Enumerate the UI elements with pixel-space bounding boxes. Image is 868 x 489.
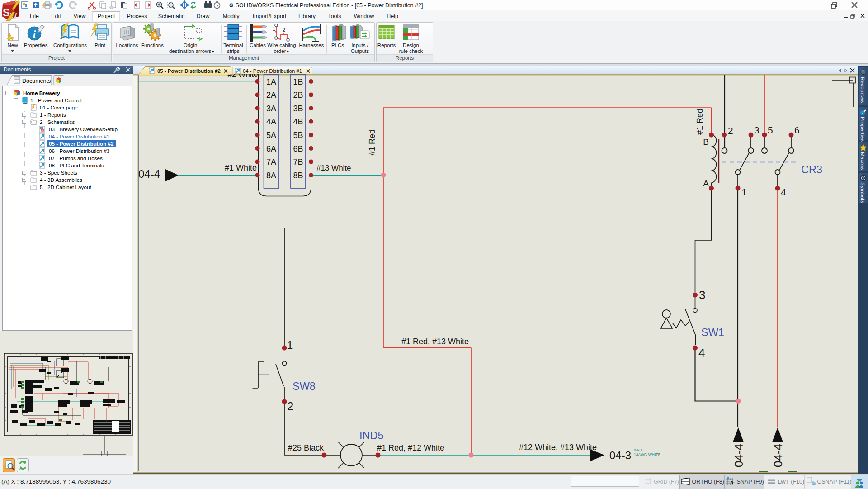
svg-text:04-3: 04-3 [609,449,631,461]
svg-text:2A: 2A [266,90,276,100]
svg-text:05 - Power Distribution #2: 05 - Power Distribution #2 [157,68,221,74]
svg-text:#1 Red: #1 Red [368,129,377,156]
svg-text:2: 2 [287,399,293,413]
svg-text:#25 Black: #25 Black [288,443,324,452]
svg-text:04-3: 04-3 [634,448,642,452]
svg-text:8B: 8B [293,171,303,180]
svg-text:3: 3 [754,125,760,135]
svg-text:B: B [703,137,709,147]
svg-text:4A: 4A [266,117,276,126]
svg-text:#1 White: #1 White [225,163,257,172]
svg-text:#1 Red, #13 White: #1 Red, #13 White [401,337,469,346]
svg-text:04-4: 04-4 [732,444,745,467]
svg-text:3A: 3A [266,104,276,113]
svg-text:SW1: SW1 [701,327,724,338]
svg-text:04-4: 04-4 [771,444,785,467]
svg-text:A: A [703,179,709,188]
svg-text:04 - Power Distribution #1: 04 - Power Distribution #1 [243,68,302,74]
svg-text:i: i [33,28,36,40]
svg-text:3B: 3B [293,104,303,113]
svg-text:#2 White: #2 White [227,74,258,79]
svg-text:SW8: SW8 [292,380,316,392]
svg-text:6: 6 [794,125,800,135]
svg-text:5B: 5B [293,131,303,140]
svg-text:#12 White, #13 White: #12 White, #13 White [519,443,597,452]
svg-text:5A: 5A [266,131,276,140]
svg-text:1: 1 [741,187,747,197]
svg-text:4: 4 [698,346,705,360]
svg-text:1: 1 [287,338,293,352]
svg-text:Documents: Documents [22,78,51,84]
svg-text:3: 3 [699,288,705,302]
svg-text:1A: 1A [266,77,276,86]
svg-text:1B: 1B [293,77,303,86]
svg-text:IND5: IND5 [359,430,384,442]
svg-text:5: 5 [768,125,773,135]
svg-text:7A: 7A [266,157,276,166]
svg-text:2: 2 [283,27,285,33]
svg-text:#1 Red, #12 White: #1 Red, #12 White [377,443,444,452]
svg-text:2B: 2B [293,90,303,100]
svg-text:4: 4 [781,187,786,197]
svg-text:4B: 4B [293,117,303,126]
svg-text:8A: 8A [266,171,276,180]
svg-text:7B: 7B [293,157,303,166]
svg-text:#13 White: #13 White [316,164,351,172]
svg-text:#1 Red: #1 Red [695,109,704,135]
svg-text:1: 1 [273,26,275,32]
svg-text:6B: 6B [293,144,303,153]
svg-text:14AWG WHITE: 14AWG WHITE [634,452,661,457]
svg-text:S: S [3,7,9,19]
svg-text:2: 2 [728,125,733,136]
svg-text:04-4: 04-4 [138,168,160,180]
svg-text:6A: 6A [266,144,276,153]
svg-text:CR3: CR3 [801,164,822,176]
